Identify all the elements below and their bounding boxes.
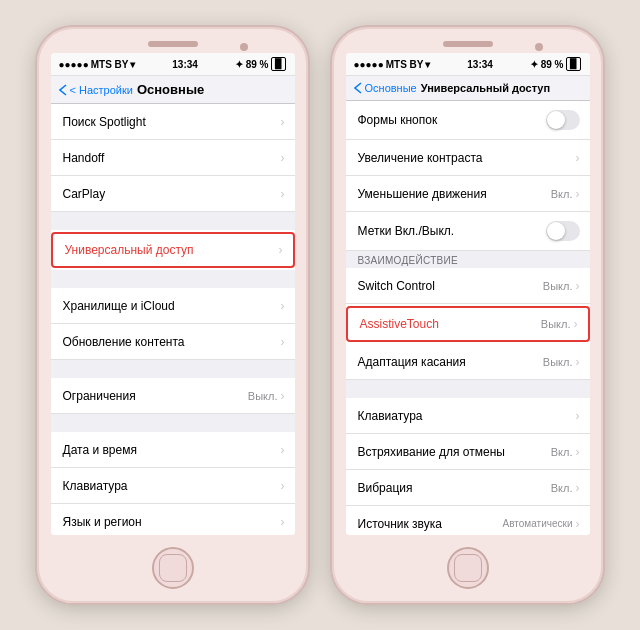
battery-level-2: 89 % — [541, 59, 564, 70]
item-label-switch: Switch Control — [358, 279, 435, 293]
home-button-inner-2 — [454, 554, 482, 582]
item-label-update: Обновление контента — [63, 335, 185, 349]
list-item-reduce-motion[interactable]: Уменьшение движения Вкл.› — [346, 176, 590, 212]
list-item-datetime[interactable]: Дата и время › — [51, 432, 295, 468]
list-item-switch-control[interactable]: Switch Control Выкл.› — [346, 268, 590, 304]
item-label-audio: Источник звука — [358, 517, 442, 531]
chevron-icon: › — [281, 187, 285, 201]
item-right: › — [281, 151, 285, 165]
item-right: Выкл.› — [248, 389, 285, 403]
item-right: Вкл.› — [551, 187, 580, 201]
chevron-icon: › — [576, 481, 580, 495]
item-label-keyboard-2: Клавиатура — [358, 409, 423, 423]
list-item-carplay[interactable]: CarPlay › — [51, 176, 295, 212]
item-label-datetime: Дата и время — [63, 443, 137, 457]
item-right: › — [576, 151, 580, 165]
front-camera-2 — [535, 43, 543, 51]
item-right: › — [576, 409, 580, 423]
item-right: Вкл.› — [551, 445, 580, 459]
toggle-onoff-labels[interactable] — [546, 221, 580, 241]
section-gap — [51, 270, 295, 288]
list-item-audio-source[interactable]: Источник звука Автоматически› — [346, 506, 590, 535]
item-label-universal: Универсальный доступ — [65, 243, 194, 257]
phone2-screen: ●●●●● MTS BY ▾ 13:34 ✦ 89 % ▉ Основные У… — [346, 53, 590, 535]
item-right: › — [281, 479, 285, 493]
phone1: ●●●●● MTS BY ▾ 13:34 ✦ 89 % ▉ < Настройк… — [35, 25, 310, 605]
status-carrier: ●●●●● MTS BY ▾ — [59, 59, 136, 70]
item-right: Выкл.› — [543, 355, 580, 369]
section-header-interaction: ВЗАИМОДЕЙСТВИЕ — [346, 251, 590, 268]
item-label: Поиск Spotlight — [63, 115, 146, 129]
phone2-top — [332, 27, 603, 53]
item-right: Автоматически› — [503, 517, 580, 531]
item-right: › — [281, 115, 285, 129]
status-time: 13:34 — [172, 59, 198, 70]
nav-bar-2: Основные Универсальный доступ — [346, 76, 590, 101]
home-button-2[interactable] — [447, 547, 489, 589]
signal-dots: ●●●●● — [59, 59, 89, 70]
chevron-icon: › — [576, 355, 580, 369]
value-label: Выкл. — [541, 318, 571, 330]
item-label-vibration: Вибрация — [358, 481, 413, 495]
status-bar-2: ●●●●● MTS BY ▾ 13:34 ✦ 89 % ▉ — [346, 53, 590, 76]
phone1-top — [37, 27, 308, 53]
section-gap — [51, 414, 295, 432]
list-item-vibration[interactable]: Вибрация Вкл.› — [346, 470, 590, 506]
value-label: Вкл. — [551, 446, 573, 458]
toggle-button-shapes[interactable] — [546, 110, 580, 130]
front-camera — [240, 43, 248, 51]
section-gap — [51, 212, 295, 230]
chevron-icon: › — [281, 515, 285, 529]
item-label-keyboard: Клавиатура — [63, 479, 128, 493]
chevron-icon: › — [574, 317, 578, 331]
list-item-shake-undo[interactable]: Встряхивание для отмены Вкл.› — [346, 434, 590, 470]
item-label-carplay: CarPlay — [63, 187, 106, 201]
back-button-2[interactable]: Основные — [354, 82, 417, 94]
section-gap — [51, 360, 295, 378]
value-label: Вкл. — [551, 482, 573, 494]
chevron-icon: › — [576, 517, 580, 531]
list-item-restrictions[interactable]: Ограничения Выкл.› — [51, 378, 295, 414]
phone1-bottom — [37, 543, 308, 603]
list-item-universal-access[interactable]: Универсальный доступ › — [51, 232, 295, 268]
item-label-restrictions: Ограничения — [63, 389, 136, 403]
phone2-body: ●●●●● MTS BY ▾ 13:34 ✦ 89 % ▉ Основные У… — [330, 25, 605, 605]
status-right-2: ✦ 89 % ▉ — [530, 57, 582, 71]
item-label-handoff: Handoff — [63, 151, 105, 165]
section-gap-2 — [346, 380, 590, 398]
home-button-inner — [159, 554, 187, 582]
item-label-assistivetouch: AssistiveTouch — [360, 317, 439, 331]
status-time-2: 13:34 — [467, 59, 493, 70]
list-item[interactable]: Поиск Spotlight › — [51, 104, 295, 140]
settings-list-2: Формы кнопок Увеличение контраста › Умен… — [346, 101, 590, 535]
value-label: Выкл. — [248, 390, 278, 402]
list-item-keyboard[interactable]: Клавиатура › — [51, 468, 295, 504]
list-item-button-shapes[interactable]: Формы кнопок — [346, 101, 590, 140]
list-item-language[interactable]: Язык и регион › — [51, 504, 295, 535]
item-right: › — [281, 187, 285, 201]
list-item-onoff-labels[interactable]: Метки Вкл./Выкл. — [346, 212, 590, 251]
wifi-icon: ▾ — [130, 59, 135, 70]
chevron-icon: › — [576, 445, 580, 459]
value-label: Вкл. — [551, 188, 573, 200]
list-item-touch-adapt[interactable]: Адаптация касания Выкл.› — [346, 344, 590, 380]
phone2: ●●●●● MTS BY ▾ 13:34 ✦ 89 % ▉ Основные У… — [330, 25, 605, 605]
phone1-body: ●●●●● MTS BY ▾ 13:34 ✦ 89 % ▉ < Настройк… — [35, 25, 310, 605]
list-item-storage[interactable]: Хранилище и iCloud › — [51, 288, 295, 324]
back-button-1[interactable]: < Настройки — [59, 84, 133, 96]
item-label-onoff: Метки Вкл./Выкл. — [358, 224, 455, 238]
item-label: Формы кнопок — [358, 113, 438, 127]
list-item-handoff[interactable]: Handoff › — [51, 140, 295, 176]
item-right: › — [281, 515, 285, 529]
battery-level: 89 % — [246, 59, 269, 70]
list-item-update[interactable]: Обновление контента › — [51, 324, 295, 360]
chevron-icon: › — [281, 479, 285, 493]
home-button-1[interactable] — [152, 547, 194, 589]
list-item-keyboard-2[interactable]: Клавиатура › — [346, 398, 590, 434]
chevron-icon: › — [576, 187, 580, 201]
item-label-language: Язык и регион — [63, 515, 142, 529]
chevron-icon: › — [576, 279, 580, 293]
list-item-assistivetouch[interactable]: AssistiveTouch Выкл.› — [346, 306, 590, 342]
item-label-touch-adapt: Адаптация касания — [358, 355, 466, 369]
list-item-contrast[interactable]: Увеличение контраста › — [346, 140, 590, 176]
